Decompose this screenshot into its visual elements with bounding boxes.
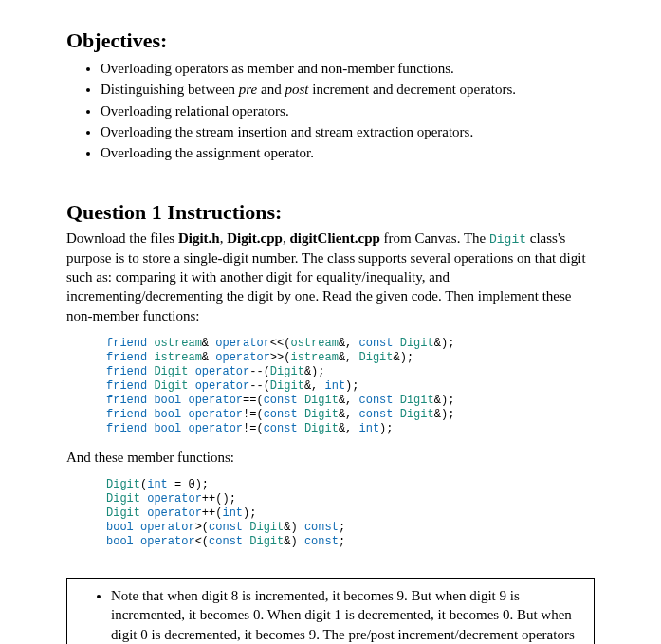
- note-box: Note that when digit 8 is incremented, i…: [66, 578, 595, 644]
- intro-text: Download the files: [66, 230, 178, 246]
- objectives-heading: Objectives:: [66, 28, 595, 53]
- objectives-list: Overloading operators as member and non-…: [83, 59, 595, 162]
- objective-text: increment and decrement operators.: [308, 82, 516, 97]
- objective-text: Overloading the assignment operator.: [101, 145, 314, 160]
- objective-text: Overloading operators as member and non-…: [101, 61, 454, 76]
- objective-item: Overloading operators as member and non-…: [101, 59, 595, 78]
- objective-text: Overloading relational operators.: [101, 103, 289, 119]
- objective-text: Overloading the stream insertion and str…: [101, 124, 473, 139]
- objective-text: Distinguishing between: [101, 82, 239, 97]
- member-code-block: Digit(int = 0); Digit operator++(); Digi…: [106, 478, 595, 549]
- mid-text: And these member functions:: [66, 448, 595, 467]
- objective-emph: post: [285, 82, 308, 97]
- note-item: Note that when digit 8 is incremented, i…: [111, 586, 584, 644]
- objective-emph: pre: [239, 82, 257, 97]
- file-name: digitClient.cpp: [289, 230, 379, 246]
- intro-text: from Canvas. The: [380, 230, 489, 246]
- question-heading: Question 1 Instructions:: [66, 200, 595, 225]
- objective-item: Overloading the assignment operator.: [101, 143, 595, 162]
- objective-text: and: [257, 82, 285, 97]
- objective-item: Overloading the stream insertion and str…: [101, 122, 595, 141]
- intro-paragraph: Download the files Digit.h, Digit.cpp, d…: [66, 229, 595, 325]
- nonmember-code-block: friend ostream& operator<<(ostream&, con…: [106, 337, 595, 436]
- file-name: Digit.h: [178, 230, 220, 246]
- objective-item: Distinguishing between pre and post incr…: [101, 80, 595, 99]
- objective-item: Overloading relational operators.: [101, 101, 595, 120]
- note-text: Note that when digit 8 is incremented, i…: [111, 588, 575, 644]
- class-name-inline: Digit: [489, 232, 526, 247]
- file-name: Digit.cpp: [227, 230, 283, 246]
